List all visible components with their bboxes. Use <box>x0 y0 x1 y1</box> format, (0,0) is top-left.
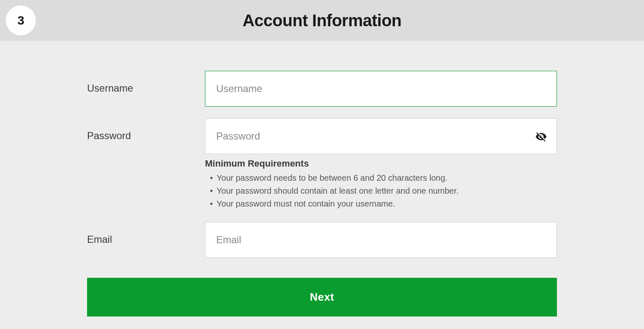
requirements-list: Your password needs to be between 6 and … <box>205 172 557 210</box>
email-row: Email <box>87 222 557 258</box>
password-input[interactable] <box>205 118 557 154</box>
requirement-item: Your password needs to be between 6 and … <box>210 172 557 184</box>
username-row: Username <box>87 71 557 107</box>
button-row: Next <box>87 269 557 317</box>
username-label: Username <box>87 71 205 94</box>
password-requirements: Minimum Requirements Your password needs… <box>205 158 557 210</box>
password-input-wrapper: Minimum Requirements Your password needs… <box>205 118 557 210</box>
password-row: Password Minimum Requirements Your passw… <box>87 118 557 210</box>
page-title: Account Information <box>0 11 644 30</box>
username-input[interactable] <box>205 71 557 107</box>
email-input-wrapper <box>205 222 557 258</box>
form-header: 3 Account Information <box>0 0 644 41</box>
requirement-item: Your password must not contain your user… <box>210 197 557 210</box>
toggle-password-visibility-icon[interactable] <box>535 131 547 144</box>
requirements-title: Minimum Requirements <box>205 158 557 169</box>
username-input-wrapper <box>205 71 557 107</box>
next-button[interactable]: Next <box>87 278 557 317</box>
requirement-item: Your password should contain at least on… <box>210 184 557 197</box>
email-input[interactable] <box>205 222 557 258</box>
step-number: 3 <box>17 13 25 27</box>
step-number-badge: 3 <box>6 5 36 35</box>
password-label: Password <box>87 118 205 142</box>
form-container: Username Password Minimum Requirements Y… <box>87 41 557 317</box>
email-label: Email <box>87 222 205 245</box>
